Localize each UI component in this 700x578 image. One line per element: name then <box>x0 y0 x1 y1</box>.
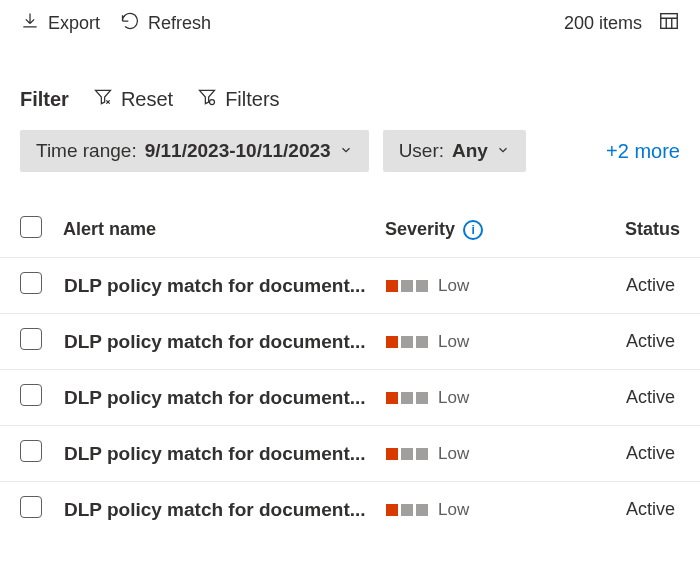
status-cell: Active <box>626 387 680 408</box>
row-checkbox-cell <box>20 440 64 467</box>
table-row[interactable]: DLP policy match for document... Low Act… <box>0 481 700 537</box>
filter-label: Filter <box>20 88 69 111</box>
row-checkbox-cell <box>20 328 64 355</box>
severity-cell: Low <box>386 332 626 352</box>
row-checkbox[interactable] <box>20 496 42 518</box>
row-checkbox[interactable] <box>20 384 42 406</box>
more-filters-link[interactable]: +2 more <box>606 140 680 163</box>
row-checkbox-cell <box>20 384 64 411</box>
severity-cell: Low <box>386 500 626 520</box>
status-cell: Active <box>626 331 680 352</box>
user-pill[interactable]: User: Any <box>383 130 526 172</box>
row-checkbox-cell <box>20 272 64 299</box>
chevron-down-icon <box>496 140 510 162</box>
time-range-value: 9/11/2023-10/11/2023 <box>145 140 331 162</box>
svg-rect-0 <box>661 14 678 29</box>
time-range-pill[interactable]: Time range: 9/11/2023-10/11/2023 <box>20 130 369 172</box>
download-icon <box>20 11 40 36</box>
severity-label: Low <box>438 332 469 352</box>
severity-bars-icon <box>386 280 428 292</box>
filter-pills: Time range: 9/11/2023-10/11/2023 User: A… <box>0 130 700 182</box>
columns-icon[interactable] <box>658 10 680 37</box>
user-pill-label: User: <box>399 140 444 162</box>
funnel-gear-icon <box>197 87 217 112</box>
status-cell: Active <box>626 499 680 520</box>
filters-button[interactable]: Filters <box>197 87 279 112</box>
select-all-checkbox[interactable] <box>20 216 42 238</box>
alert-name: DLP policy match for document... <box>64 331 386 353</box>
refresh-button[interactable]: Refresh <box>120 11 211 36</box>
table-row[interactable]: DLP policy match for document... Low Act… <box>0 313 700 369</box>
refresh-label: Refresh <box>148 13 211 34</box>
reset-button[interactable]: Reset <box>93 87 173 112</box>
reset-label: Reset <box>121 88 173 111</box>
row-checkbox-cell <box>20 496 64 523</box>
column-severity[interactable]: Severity i <box>385 219 625 240</box>
row-checkbox[interactable] <box>20 272 42 294</box>
refresh-icon <box>120 11 140 36</box>
severity-cell: Low <box>386 444 626 464</box>
severity-label: Low <box>438 444 469 464</box>
toolbar-left: Export Refresh <box>20 11 211 36</box>
alert-name: DLP policy match for document... <box>64 499 386 521</box>
status-cell: Active <box>626 275 680 296</box>
time-range-label: Time range: <box>36 140 137 162</box>
row-checkbox[interactable] <box>20 440 42 462</box>
alert-name: DLP policy match for document... <box>64 443 386 465</box>
export-label: Export <box>48 13 100 34</box>
toolbar-right: 200 items <box>564 10 680 37</box>
user-pill-value: Any <box>452 140 488 162</box>
table-row[interactable]: DLP policy match for document... Low Act… <box>0 369 700 425</box>
severity-cell: Low <box>386 276 626 296</box>
table-row[interactable]: DLP policy match for document... Low Act… <box>0 425 700 481</box>
chevron-down-icon <box>339 140 353 162</box>
column-alert-name[interactable]: Alert name <box>63 219 385 240</box>
severity-label: Low <box>438 388 469 408</box>
info-icon[interactable]: i <box>463 220 483 240</box>
table-header: Alert name Severity i Status <box>0 182 700 257</box>
column-severity-label: Severity <box>385 219 455 240</box>
status-cell: Active <box>626 443 680 464</box>
item-count: 200 items <box>564 13 642 34</box>
severity-bars-icon <box>386 336 428 348</box>
alert-name: DLP policy match for document... <box>64 275 386 297</box>
export-button[interactable]: Export <box>20 11 100 36</box>
select-all-cell <box>20 216 63 243</box>
toolbar: Export Refresh 200 items <box>0 0 700 49</box>
filter-bar: Filter Reset Filters <box>0 49 700 130</box>
table-body: DLP policy match for document... Low Act… <box>0 257 700 537</box>
funnel-reset-icon <box>93 87 113 112</box>
severity-label: Low <box>438 276 469 296</box>
severity-bars-icon <box>386 392 428 404</box>
alert-name: DLP policy match for document... <box>64 387 386 409</box>
svg-point-1 <box>210 100 215 105</box>
severity-label: Low <box>438 500 469 520</box>
severity-cell: Low <box>386 388 626 408</box>
row-checkbox[interactable] <box>20 328 42 350</box>
severity-bars-icon <box>386 448 428 460</box>
table-row[interactable]: DLP policy match for document... Low Act… <box>0 257 700 313</box>
severity-bars-icon <box>386 504 428 516</box>
filters-label: Filters <box>225 88 279 111</box>
column-status[interactable]: Status <box>625 219 680 240</box>
